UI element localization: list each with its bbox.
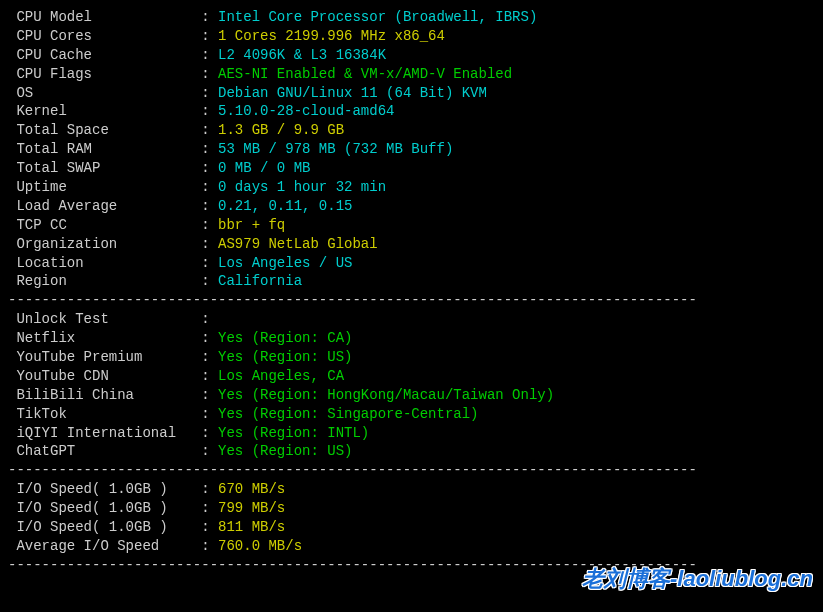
row-value: AES-NI Enabled & VM-x/AMD-V Enabled [218,66,512,82]
row-value: California [218,273,302,289]
output-row: Region : California [8,272,815,291]
output-row: YouTube Premium : Yes (Region: US) [8,348,815,367]
row-value: Los Angeles / US [218,255,352,271]
terminal-output: CPU Model : Intel Core Processor (Broadw… [8,8,815,575]
row-value: 53 MB / 978 MB (732 MB Buff) [218,141,453,157]
row-colon: : [201,349,218,365]
row-value: bbr + fq [218,217,285,233]
output-row: TCP CC : bbr + fq [8,216,815,235]
output-row: Total Space : 1.3 GB / 9.9 GB [8,121,815,140]
output-row: ChatGPT : Yes (Region: US) [8,442,815,461]
row-value: Yes (Region: US) [218,443,352,459]
row-value: 5.10.0-28-cloud-amd64 [218,103,394,119]
row-label: I/O Speed( 1.0GB ) [8,500,201,516]
output-row: Total SWAP : 0 MB / 0 MB [8,159,815,178]
row-label: Load Average [8,198,201,214]
row-value: Yes (Region: US) [218,349,352,365]
row-value: Yes (Region: CA) [218,330,352,346]
row-label: CPU Cores [8,28,201,44]
row-label: Organization [8,236,201,252]
separator: ----------------------------------------… [8,556,815,575]
output-row: iQIYI International : Yes (Region: INTL) [8,424,815,443]
row-label: ChatGPT [8,443,201,459]
row-value: 1.3 GB / 9.9 GB [218,122,344,138]
row-label: CPU Flags [8,66,201,82]
separator: ----------------------------------------… [8,291,815,310]
row-colon: : [201,47,218,63]
output-row: CPU Cache : L2 4096K & L3 16384K [8,46,815,65]
row-colon: : [201,198,218,214]
output-row: Total RAM : 53 MB / 978 MB (732 MB Buff) [8,140,815,159]
row-colon: : [201,368,218,384]
row-colon: : [201,28,218,44]
row-colon: : [201,481,218,497]
row-value: Yes (Region: Singapore-Central) [218,406,478,422]
row-value: 0.21, 0.11, 0.15 [218,198,352,214]
output-row: CPU Cores : 1 Cores 2199.996 MHz x86_64 [8,27,815,46]
row-value: 0 MB / 0 MB [218,160,310,176]
row-colon: : [201,519,218,535]
output-row: BiliBili China : Yes (Region: HongKong/M… [8,386,815,405]
row-colon: : [201,103,218,119]
row-label: I/O Speed( 1.0GB ) [8,519,201,535]
row-colon: : [201,160,218,176]
output-row: YouTube CDN : Los Angeles, CA [8,367,815,386]
row-label: TCP CC [8,217,201,233]
row-colon: : [201,425,218,441]
row-label: Average I/O Speed [8,538,201,554]
row-label: Total SWAP [8,160,201,176]
row-colon: : [201,255,218,271]
row-value: L2 4096K & L3 16384K [218,47,386,63]
output-row: Location : Los Angeles / US [8,254,815,273]
output-row: I/O Speed( 1.0GB ) : 811 MB/s [8,518,815,537]
row-colon: : [201,217,218,233]
row-value: Los Angeles, CA [218,368,344,384]
row-label: OS [8,85,201,101]
output-row: CPU Flags : AES-NI Enabled & VM-x/AMD-V … [8,65,815,84]
row-label: I/O Speed( 1.0GB ) [8,481,201,497]
output-row: TikTok : Yes (Region: Singapore-Central) [8,405,815,424]
row-colon: : [201,330,218,346]
row-label: BiliBili China [8,387,201,403]
row-colon: : [201,443,218,459]
row-label: Location [8,255,201,271]
row-value: 811 MB/s [218,519,285,535]
row-label: CPU Model [8,9,201,25]
row-value: Debian GNU/Linux 11 (64 Bit) KVM [218,85,487,101]
row-value: Yes (Region: HongKong/Macau/Taiwan Only) [218,387,554,403]
row-colon: : [201,538,218,554]
row-colon: : [201,406,218,422]
row-colon: : [201,236,218,252]
output-row: Uptime : 0 days 1 hour 32 min [8,178,815,197]
output-row: Organization : AS979 NetLab Global [8,235,815,254]
row-colon: : [201,500,218,516]
output-row: Load Average : 0.21, 0.11, 0.15 [8,197,815,216]
row-value: 799 MB/s [218,500,285,516]
row-value: 760.0 MB/s [218,538,302,554]
row-label: Uptime [8,179,201,195]
row-colon: : [201,122,218,138]
output-row: Kernel : 5.10.0-28-cloud-amd64 [8,102,815,121]
row-colon: : [201,85,218,101]
row-label: Netflix [8,330,201,346]
output-row: OS : Debian GNU/Linux 11 (64 Bit) KVM [8,84,815,103]
row-value: 1 Cores 2199.996 MHz x86_64 [218,28,445,44]
row-label: Total Space [8,122,201,138]
row-label: TikTok [8,406,201,422]
output-row: Unlock Test : [8,310,815,329]
row-value: 0 days 1 hour 32 min [218,179,386,195]
row-label: Total RAM [8,141,201,157]
row-label: YouTube Premium [8,349,201,365]
row-colon: : [201,387,218,403]
row-colon: : [201,311,218,327]
row-colon: : [201,9,218,25]
row-label: Region [8,273,201,289]
row-value: 670 MB/s [218,481,285,497]
row-label: CPU Cache [8,47,201,63]
row-value: AS979 NetLab Global [218,236,378,252]
row-colon: : [201,273,218,289]
row-label: iQIYI International [8,425,201,441]
row-value: Intel Core Processor (Broadwell, IBRS) [218,9,537,25]
row-label: Unlock Test [8,311,201,327]
row-colon: : [201,141,218,157]
